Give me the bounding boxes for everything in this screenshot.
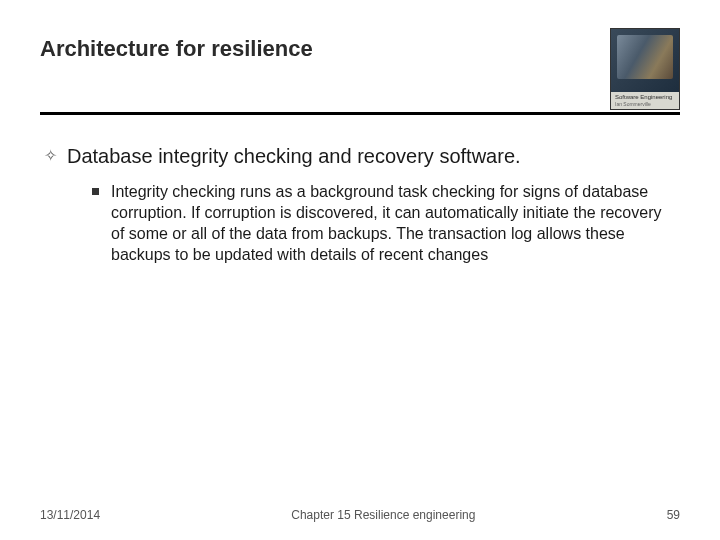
footer-date: 13/11/2014 — [40, 508, 100, 522]
book-author-text: Ian Sommerville — [615, 102, 675, 108]
book-title-text: Software Engineering — [615, 94, 675, 101]
book-cover-label: Software Engineering Ian Sommerville — [611, 92, 679, 109]
footer-page-number: 59 — [667, 508, 680, 522]
main-bullet-item: ✧ Database integrity checking and recove… — [44, 143, 676, 169]
sub-bullet-item: Integrity checking runs as a background … — [92, 181, 676, 265]
sub-bullet-text: Integrity checking runs as a background … — [111, 181, 676, 265]
slide-footer: 13/11/2014 Chapter 15 Resilience enginee… — [40, 508, 680, 522]
page-title: Architecture for resilience — [40, 36, 313, 62]
main-bullet-text: Database integrity checking and recovery… — [67, 143, 521, 169]
footer-chapter: Chapter 15 Resilience engineering — [291, 508, 475, 522]
title-divider — [40, 112, 680, 115]
slide: Architecture for resilience Software Eng… — [0, 0, 720, 540]
header-row: Architecture for resilience Software Eng… — [40, 28, 680, 110]
diamond-bullet-icon: ✧ — [44, 143, 57, 169]
square-bullet-icon — [92, 188, 99, 195]
content-area: ✧ Database integrity checking and recove… — [40, 143, 680, 265]
book-cover-image: Software Engineering Ian Sommerville — [610, 28, 680, 110]
